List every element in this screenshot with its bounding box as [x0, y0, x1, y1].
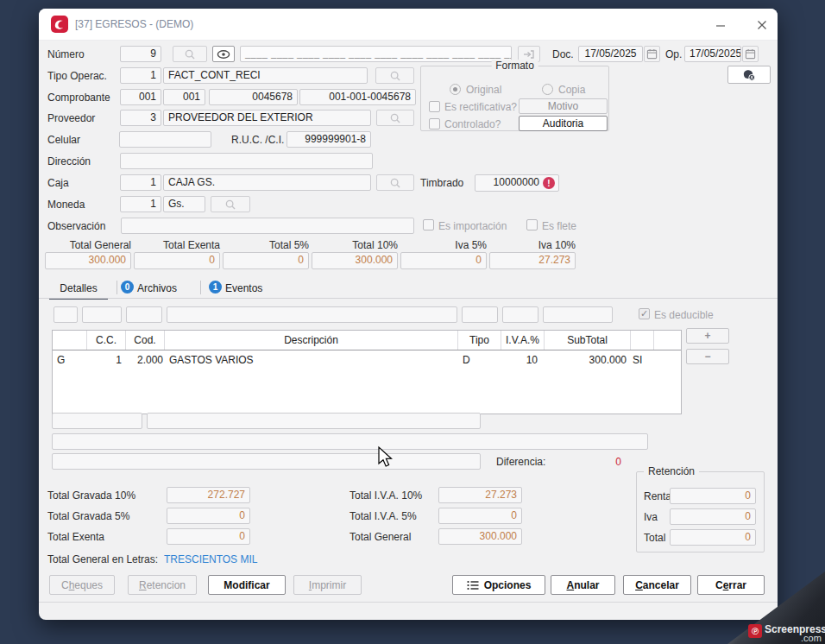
- es-flete-label: Es flete: [542, 220, 576, 232]
- title-bar: [37] EGRESOS - (DEMO): [39, 9, 778, 41]
- op-date-input[interactable]: 17/05/2025: [684, 46, 741, 62]
- numero-input[interactable]: 9: [120, 46, 161, 62]
- doc-calendar-button[interactable]: [644, 46, 660, 62]
- controlado-checkbox[interactable]: [429, 118, 440, 129]
- ruc-label: R.U.C. /C.I.: [231, 134, 284, 146]
- proveedor-code-input[interactable]: 3: [120, 110, 161, 126]
- radio-copia[interactable]: [542, 84, 553, 95]
- proveedor-search-button[interactable]: [376, 110, 414, 126]
- codigo-control-input[interactable]: ____ ____ ____ ____ ____ ____ ____ ____ …: [240, 46, 512, 62]
- radio-original[interactable]: [450, 84, 461, 95]
- grid-header-deducible[interactable]: [631, 331, 654, 350]
- moneda-search-button[interactable]: [211, 196, 250, 212]
- tabs-divider: [39, 298, 778, 299]
- cell-subtotal: 300.000: [545, 354, 631, 366]
- tipo-operac-search-button[interactable]: [375, 67, 414, 84]
- grid-header-subtotal[interactable]: SubTotal: [545, 331, 631, 350]
- summary-total-exenta: 0: [134, 252, 220, 269]
- anular-button[interactable]: Anular: [551, 575, 615, 595]
- entry-descripcion-input[interactable]: [147, 413, 481, 429]
- ruc-input[interactable]: 999999901-8: [287, 131, 371, 148]
- cheques-button[interactable]: Cheques: [49, 575, 115, 595]
- minimize-button[interactable]: [708, 16, 733, 35]
- audit-user-button[interactable]: [727, 66, 771, 84]
- proveedor-name-input[interactable]: PROVEEDOR DEL EXTERIOR: [163, 110, 371, 126]
- doc-date-label: Doc.: [552, 48, 574, 60]
- grid-filter-input[interactable]: [502, 306, 538, 323]
- view-button[interactable]: [212, 46, 235, 62]
- motivo-button[interactable]: Motivo: [519, 98, 608, 114]
- grid-header-extra[interactable]: [654, 331, 681, 350]
- opciones-button[interactable]: Opciones: [452, 575, 545, 595]
- moneda-label: Moneda: [47, 199, 85, 211]
- add-row-button[interactable]: +: [686, 328, 729, 344]
- direccion-input[interactable]: [120, 153, 373, 169]
- comprobante-label: Comprobante: [47, 92, 110, 104]
- retencion-iva-label: Iva: [644, 511, 658, 523]
- grid-filter-input[interactable]: [543, 306, 613, 323]
- tab-eventos[interactable]: Eventos: [225, 278, 262, 298]
- total-general-label: Total General: [350, 531, 411, 543]
- table-row[interactable]: G 1 2.000 GASTOS VARIOS D 10 300.000 SI: [53, 350, 681, 369]
- cerrar-button[interactable]: Cerrar: [697, 575, 765, 595]
- grid-filter-input[interactable]: [126, 306, 162, 323]
- grid-header-cod[interactable]: Cod.: [126, 331, 165, 350]
- es-importacion-checkbox[interactable]: [423, 219, 434, 230]
- comprobante-full-input[interactable]: 001-001-0045678: [299, 89, 416, 105]
- search-icon: [389, 177, 401, 189]
- cancelar-button[interactable]: Cancelar: [623, 575, 691, 595]
- egresos-window: [37] EGRESOS - (DEMO) Número 9 ____ ____…: [39, 9, 778, 620]
- entry-detalle-input[interactable]: [52, 433, 648, 450]
- mouse-cursor-icon: [376, 445, 394, 470]
- footer-divider: [39, 602, 778, 603]
- grid-filter-input[interactable]: [54, 306, 78, 323]
- es-flete-checkbox[interactable]: [526, 219, 538, 230]
- retencion-button[interactable]: Retencion: [128, 575, 197, 595]
- grid-header-descripcion[interactable]: Descripción: [165, 331, 458, 350]
- caja-name-input[interactable]: CAJA GS.: [163, 174, 371, 191]
- controlado-label: Controlado?: [444, 118, 501, 130]
- cell-cc: 1: [87, 354, 126, 366]
- comprobante-part1-input[interactable]: 001: [120, 89, 161, 105]
- radio-copia-label: Copia: [558, 84, 585, 96]
- entry-code-input[interactable]: [52, 413, 142, 429]
- search-icon: [389, 112, 401, 124]
- grid-header-cc[interactable]: C.C.: [87, 331, 126, 350]
- remove-row-button[interactable]: −: [686, 349, 729, 364]
- summary-label: Total 5%: [223, 239, 309, 251]
- moneda-name-input[interactable]: Gs.: [163, 196, 205, 212]
- tipo-operac-code-input[interactable]: 1: [120, 67, 161, 84]
- archivos-count-badge: 0: [121, 281, 134, 294]
- comprobante-part3-input[interactable]: 0045678: [209, 89, 298, 105]
- comprobante-part2-input[interactable]: 001: [163, 89, 205, 105]
- tipo-operac-name-input[interactable]: FACT_CONT_RECI: [163, 67, 368, 84]
- retencion-total-label: Total: [644, 532, 665, 544]
- grid-header-iva[interactable]: I.V.A.%: [501, 331, 545, 350]
- caja-search-button[interactable]: [376, 174, 414, 191]
- summary-total-10: 300.000: [312, 252, 398, 269]
- entry-observacion-input[interactable]: [52, 453, 481, 470]
- op-calendar-button[interactable]: [742, 46, 759, 62]
- tab-detalles[interactable]: Detalles: [49, 278, 108, 300]
- grid-filter-input[interactable]: [167, 306, 457, 323]
- caja-code-input[interactable]: 1: [120, 174, 161, 191]
- close-button[interactable]: [750, 16, 774, 35]
- imprimir-button[interactable]: Imprimir: [293, 575, 362, 595]
- retencion-renta-label: Renta: [644, 490, 671, 502]
- doc-date-input[interactable]: 17/05/2025: [578, 46, 643, 62]
- total-letras-value: TRESCIENTOS MIL: [164, 553, 257, 565]
- moneda-code-input[interactable]: 1: [120, 196, 161, 212]
- celular-input[interactable]: [119, 131, 211, 148]
- numero-search-button[interactable]: [173, 46, 207, 62]
- auditoria-button[interactable]: Auditoria: [519, 116, 608, 131]
- cell-tipo: D: [458, 354, 501, 366]
- modificar-button[interactable]: Modificar: [208, 575, 286, 595]
- tab-archivos[interactable]: Archivos: [137, 278, 177, 298]
- grid-header-tipo[interactable]: Tipo: [458, 331, 501, 350]
- es-rectificativa-checkbox[interactable]: [429, 101, 440, 112]
- observacion-input[interactable]: [121, 218, 414, 234]
- es-deducible-checkbox[interactable]: ✓: [639, 308, 650, 319]
- grid-header-flag[interactable]: [53, 331, 87, 350]
- grid-filter-input[interactable]: [462, 306, 498, 323]
- grid-filter-input[interactable]: [82, 306, 122, 323]
